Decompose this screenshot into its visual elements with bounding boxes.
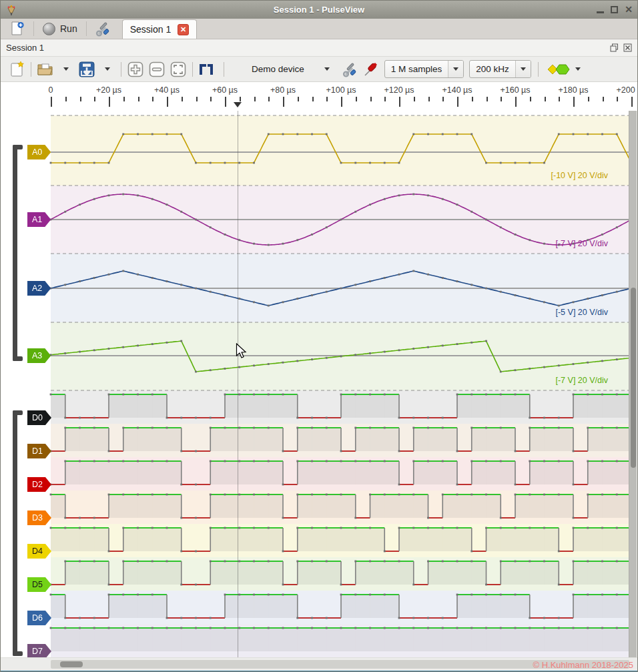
ruler-tick (545, 97, 546, 101)
ruler-label: +200 µs (616, 85, 637, 95)
ruler-label: +120 µs (384, 85, 414, 95)
save-dropdown-arrow[interactable] (97, 59, 117, 79)
settings-button[interactable] (90, 20, 117, 37)
scale-label-A0: [-10 V] 20 V/div (551, 171, 608, 180)
new-file-icon (9, 61, 25, 78)
sample-rate-arrow[interactable] (515, 61, 531, 77)
vertical-scrollbar[interactable] (629, 111, 637, 657)
ruler-tick (501, 97, 502, 101)
sample-count-arrow[interactable] (448, 61, 463, 77)
ruler-tick (94, 97, 95, 101)
trace-view[interactable]: A0[-10 V] 20 V/divA1[-7 V] 20 V/divA2[-5… (1, 111, 637, 657)
ruler-label: +180 µs (558, 85, 588, 95)
minimize-button[interactable] (597, 6, 604, 13)
separator (31, 62, 31, 77)
sample-count-value: 1 M samples (385, 64, 448, 74)
tools-icon (342, 61, 358, 77)
decoder-dropdown-arrow[interactable] (573, 59, 583, 79)
add-decoder-button[interactable] (545, 59, 573, 79)
run-label: Run (60, 23, 77, 34)
ruler-tick (631, 97, 633, 107)
ruler-tick (196, 97, 198, 101)
device-select[interactable]: Demo device (246, 60, 335, 78)
new-view-button[interactable] (7, 59, 27, 79)
ruler-label: +100 µs (326, 85, 356, 95)
new-session-icon (10, 21, 25, 37)
ruler-tick (530, 97, 531, 101)
ruler-tick (254, 97, 256, 101)
ruler-tick (603, 97, 604, 101)
run-button[interactable]: Run (37, 20, 83, 37)
float-window-icon[interactable] (610, 43, 619, 52)
trigger-button[interactable] (196, 59, 220, 79)
separator (192, 62, 193, 77)
open-dropdown-arrow[interactable] (56, 59, 76, 79)
ruler-tick (283, 97, 284, 107)
scan-devices-button[interactable] (360, 59, 380, 79)
open-folder-icon (37, 62, 54, 77)
ruler-tick (341, 97, 342, 107)
separator (224, 62, 224, 77)
new-session-button[interactable] (5, 20, 30, 37)
window-title: Session 1 - PulseView (1, 5, 637, 15)
ruler-tick (428, 97, 430, 101)
separator (121, 62, 121, 77)
ruler-label: +40 µs (154, 85, 180, 95)
ruler-tick (268, 97, 270, 101)
ruler-tick (356, 97, 357, 101)
copyright-label: © H.Kuhlmann 2018-2025 (533, 660, 633, 670)
hover-cursor-line (238, 111, 238, 657)
tab-close-icon[interactable]: ✕ (178, 24, 189, 35)
zoom-out-button[interactable] (146, 59, 168, 79)
save-button[interactable] (76, 59, 97, 79)
ruler-label: +60 µs (212, 85, 238, 95)
ruler-tick (515, 97, 517, 107)
analog-group-bracket[interactable] (13, 145, 17, 361)
ruler-tick (312, 97, 314, 101)
session-panel-header: Session 1 (1, 39, 637, 57)
ruler-tick (210, 97, 212, 101)
ruler-label: 0 (49, 85, 53, 95)
vertical-scrollbar-thumb[interactable] (631, 288, 636, 468)
horizontal-scrollbar-thumb[interactable] (60, 661, 83, 667)
tab-bar: Run Session 1 ✕ (1, 19, 637, 39)
sample-rate-select[interactable]: 200 kHz (469, 60, 531, 78)
status-bar: © H.Kuhlmann 2018-2025 (1, 657, 637, 671)
ruler-tick (167, 97, 168, 107)
trigger-edges-icon (198, 62, 218, 77)
toolbar: Demo device 1 M samples 200 kHz (1, 57, 637, 82)
ruler-tick (487, 97, 488, 101)
ruler-tick (225, 97, 226, 107)
zoom-in-button[interactable] (125, 59, 146, 79)
ruler-tick (442, 97, 444, 101)
ruler-tick (123, 97, 125, 101)
sample-count-select[interactable]: 1 M samples (384, 60, 464, 78)
ruler-tick (109, 97, 110, 107)
close-button[interactable]: ✕ (625, 6, 633, 13)
ruler-label: +20 µs (96, 85, 121, 95)
ruler-tick (240, 97, 241, 101)
hover-marker (234, 102, 242, 107)
device-options-button[interactable] (340, 59, 360, 79)
device-label: Demo device (252, 64, 304, 74)
time-ruler[interactable]: 0+20 µs+40 µs+60 µs+80 µs+100 µs+120 µs+… (1, 82, 637, 111)
ruler-tick (80, 97, 81, 101)
save-icon (78, 61, 95, 78)
sample-rate-value: 200 kHz (470, 64, 515, 74)
ruler-tick (51, 97, 52, 107)
waveforms (1, 111, 637, 657)
zoom-fit-icon (170, 61, 187, 78)
tab-session-1[interactable]: Session 1 ✕ (122, 19, 197, 39)
scale-label-A3: [-7 V] 20 V/div (555, 376, 608, 385)
pulseview-window: Session 1 - PulseView ✕ Run (0, 0, 638, 672)
session-panel-title: Session 1 (6, 43, 44, 53)
close-panel-icon[interactable] (623, 43, 632, 52)
maximize-button[interactable] (611, 6, 618, 13)
open-button[interactable] (35, 59, 56, 79)
tools-icon (95, 21, 111, 37)
ruler-tick (152, 97, 153, 101)
zoom-fit-button[interactable] (168, 59, 189, 79)
ruler-tick (457, 97, 458, 107)
probe-icon (362, 61, 378, 77)
digital-group-bracket[interactable] (13, 410, 17, 656)
